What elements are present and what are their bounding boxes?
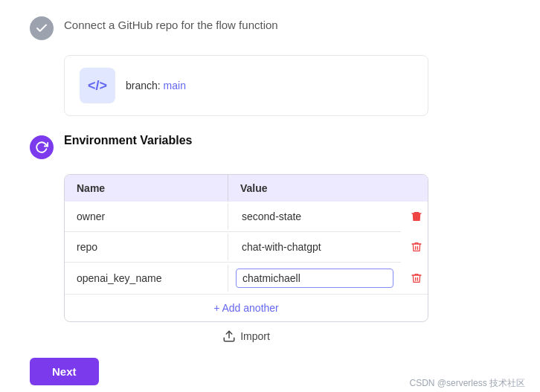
openai-value-input[interactable] xyxy=(236,269,393,288)
delete-owner-btn[interactable] xyxy=(405,211,428,222)
row-repo-name: repo xyxy=(65,234,228,260)
import-icon xyxy=(222,330,236,343)
code-icon-box: </> xyxy=(80,68,115,103)
row-openai: openai_key_name xyxy=(65,262,401,294)
step2-icon xyxy=(30,135,54,159)
watermark: CSDN @serverless 技术社区 xyxy=(409,377,525,390)
branch-link[interactable]: main xyxy=(164,80,186,91)
import-section[interactable]: Import xyxy=(64,330,428,343)
delete-repo-btn[interactable] xyxy=(405,241,428,253)
col-name-header: Name xyxy=(65,175,228,202)
repo-value-text: chat-with-chatgpt xyxy=(236,238,393,256)
step2-title: Environment Variables xyxy=(64,134,193,147)
row-repo: repo chat-with-chatgpt xyxy=(65,231,401,262)
code-icon: </> xyxy=(88,78,107,94)
github-card: </> branch: main xyxy=(64,55,428,116)
row-openai-value[interactable] xyxy=(228,263,401,294)
delete-openai-btn[interactable] xyxy=(405,272,428,284)
add-another-button[interactable]: + Add another xyxy=(213,302,279,314)
owner-value-text: second-state xyxy=(236,208,393,225)
step1-title: Connect a GitHub repo for the flow funct… xyxy=(64,15,278,31)
row-openai-name: openai_key_name xyxy=(65,265,228,292)
next-button[interactable]: Next xyxy=(30,358,99,385)
branch-label: branch: xyxy=(126,80,161,91)
env-section: Name Value owner second-state xyxy=(64,174,510,343)
env-table-body: owner second-state xyxy=(65,202,428,321)
table-row: owner second-state xyxy=(65,202,428,231)
env-table: Name Value owner second-state xyxy=(64,174,428,322)
row-owner: owner second-state xyxy=(65,202,401,231)
import-label: Import xyxy=(240,330,270,342)
row-owner-value: second-state xyxy=(228,202,401,231)
table-row: repo chat-with-chatgpt xyxy=(65,231,428,262)
table-row: openai_key_name xyxy=(65,262,428,294)
add-another-row: + Add another xyxy=(65,294,428,321)
row-repo-value: chat-with-chatgpt xyxy=(228,232,401,262)
step1-icon xyxy=(30,16,54,40)
table-header: Name Value xyxy=(65,175,428,202)
col-value-header: Value xyxy=(228,175,428,202)
row-owner-name: owner xyxy=(65,203,228,230)
branch-text: branch: main xyxy=(126,80,186,91)
